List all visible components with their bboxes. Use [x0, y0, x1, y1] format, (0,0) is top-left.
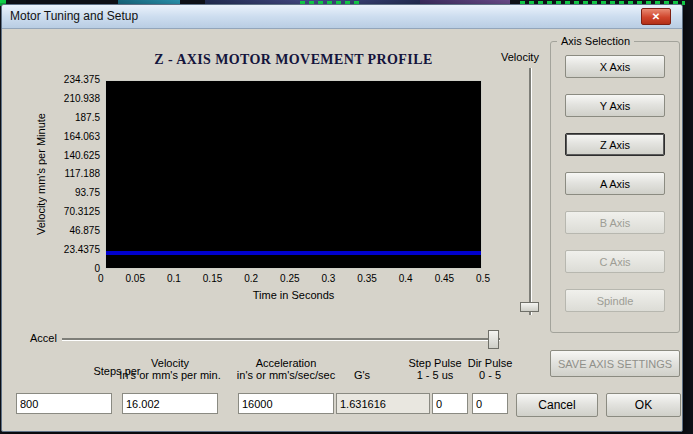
save-axis-settings-button[interactable]: SAVE AXIS SETTINGS	[550, 350, 680, 377]
velocity-line	[106, 251, 481, 255]
x-tick: 0.2	[244, 273, 258, 284]
y-tick: 187.5	[52, 113, 100, 123]
y-tick: 93.75	[52, 188, 100, 198]
z-axis-button[interactable]: Z Axis	[565, 133, 665, 156]
velocity-slider-label: Velocity	[501, 51, 539, 63]
ok-button[interactable]: OK	[606, 393, 681, 417]
x-tick: 0.35	[357, 273, 376, 284]
y-tick: 0	[52, 264, 100, 274]
y-tick: 164.063	[52, 132, 100, 142]
window-title: Motor Tuning and Setup	[10, 9, 138, 23]
acceleration-input[interactable]	[238, 393, 334, 414]
titlebar[interactable]: Motor Tuning and Setup ✕	[2, 5, 682, 29]
motor-tuning-dialog: Motor Tuning and Setup ✕ Z - AXIS MOTOR …	[1, 4, 683, 432]
step-pulse-input[interactable]	[432, 393, 468, 414]
chart-y-axis-label: Velocity mm's per Minute	[35, 80, 50, 269]
accel-slider-label: Accel	[30, 332, 57, 344]
axis-selection-title: Axis Selection	[557, 35, 634, 47]
x-tick: 0	[98, 273, 104, 284]
velocity-input[interactable]	[122, 393, 218, 414]
y-tick: 23.4375	[52, 245, 100, 255]
x-tick: 0.45	[435, 273, 454, 284]
chart-x-axis-label: Time in Seconds	[105, 289, 482, 301]
velocity-slider-track[interactable]	[529, 68, 532, 315]
x-tick: 0.4	[399, 273, 413, 284]
y-axis-ticks: 234.375 210.938 187.5 164.063 140.625 11…	[52, 75, 100, 274]
b-axis-button[interactable]: B Axis	[565, 211, 665, 234]
dir-pulse-input[interactable]	[472, 393, 508, 414]
velocity-field-sublabel: In's or mm's per min.	[102, 369, 238, 381]
acceleration-field-label: Acceleration	[238, 357, 334, 369]
spindle-button[interactable]: Spindle	[565, 289, 665, 312]
x-tick: 0.5	[476, 273, 490, 284]
x-tick: 0.1	[167, 273, 181, 284]
c-axis-button[interactable]: C Axis	[565, 250, 665, 273]
y-tick: 117.188	[52, 169, 100, 179]
steps-per-input[interactable]	[16, 393, 112, 414]
accel-slider-track[interactable]	[62, 338, 500, 341]
acceleration-field-sublabel: in's or mm's/sec/sec	[224, 369, 348, 381]
velocity-slider-thumb[interactable]	[520, 302, 539, 312]
close-button[interactable]: ✕	[641, 8, 671, 25]
y-axis-button[interactable]: Y Axis	[565, 94, 665, 117]
gs-field-label: G's	[332, 369, 392, 381]
dir-pulse-label: Dir Pulse	[460, 357, 520, 369]
axis-selection-group: Axis Selection X Axis Y Axis Z Axis A Ax…	[550, 35, 680, 333]
a-axis-button[interactable]: A Axis	[565, 172, 665, 195]
x-tick: 0.15	[203, 273, 222, 284]
y-tick: 70.3125	[52, 207, 100, 217]
close-icon: ✕	[652, 11, 660, 22]
gs-value-field	[336, 393, 430, 414]
cancel-button[interactable]: Cancel	[516, 393, 598, 417]
y-tick: 210.938	[52, 94, 100, 104]
y-tick: 46.875	[52, 226, 100, 236]
x-tick: 0.3	[322, 273, 336, 284]
x-axis-ticks: 0 0.05 0.1 0.15 0.2 0.25 0.3 0.35 0.4 0.…	[98, 273, 490, 284]
x-axis-button[interactable]: X Axis	[565, 55, 665, 78]
x-tick: 0.05	[126, 273, 145, 284]
velocity-field-label: Velocity	[112, 357, 228, 369]
accel-slider-thumb[interactable]	[488, 330, 499, 349]
chart-title: Z - AXIS MOTOR MOVEMENT PROFILE	[105, 52, 482, 68]
plot-area	[105, 80, 482, 269]
x-tick: 0.25	[280, 273, 299, 284]
dir-pulse-sublabel: 0 - 5	[460, 369, 520, 381]
y-tick: 234.375	[52, 75, 100, 85]
y-tick: 140.625	[52, 151, 100, 161]
